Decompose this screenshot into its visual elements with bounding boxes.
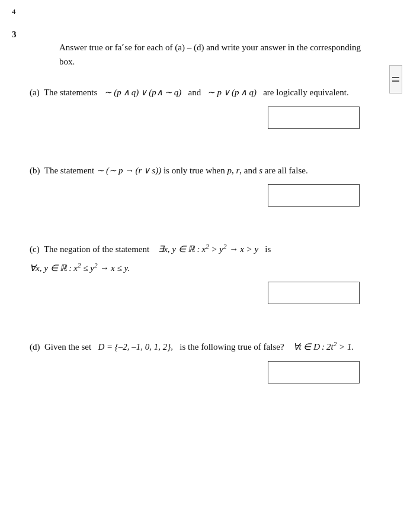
part-d-text-mid: is the following true of false? (175, 342, 291, 352)
part-d-set: D = {–2, –1, 0, 1, 2}, (98, 342, 173, 352)
part-b-label: (b) The statement (30, 166, 97, 175)
part-c-answer-box[interactable] (268, 282, 360, 304)
scrollbar-line-1 (392, 77, 399, 78)
part-b: (b) The statement ∼ (∼ p → (r ∨ s)) is o… (30, 163, 366, 207)
part-a-label: (a) The statements (30, 88, 102, 97)
scrollbar-widget[interactable] (389, 65, 402, 93)
part-c: (c) The negation of the statement ∃x, y … (30, 241, 366, 304)
part-c-expr2: ∀x, y ∈ ℝ : x2 ≤ y2 → x ≤ y. (30, 263, 130, 273)
part-b-text: is only true when p, r, and s are all fa… (164, 166, 308, 175)
main-instruction: Answer true or faʼse for each of (a) – (… (59, 40, 366, 69)
part-c-is: is (261, 244, 271, 254)
part-b-answer-box[interactable] (268, 184, 360, 207)
part-d-forall: ∀t ∈ D : 2t2 > 1. (293, 342, 354, 352)
part-a-text-after: are logically equivalent. (259, 88, 349, 97)
part-a-connector: and (184, 88, 206, 97)
part-d: (d) Given the set D = {–2, –1, 0, 1, 2},… (30, 338, 366, 383)
part-b-expr: ∼ (∼ p → (r ∨ s)) (97, 166, 161, 175)
part-a-answer-box[interactable] (268, 107, 360, 129)
part-a-expr1: ∼ (p ∧ q) ∨ (p∧ ∼ q) (104, 88, 182, 97)
part-a: (a) The statements ∼ (p ∧ q) ∨ (p∧ ∼ q) … (30, 85, 366, 129)
part-d-answer-box[interactable] (268, 361, 360, 383)
part-c-expr1: ∃x, y ∈ ℝ : x2 > y2 → x > y (158, 244, 258, 254)
part-d-label: (d) Given the set (30, 342, 96, 352)
part-c-label: (c) The negation of the statement (30, 244, 156, 254)
page-number: 4 (12, 7, 16, 17)
part-a-expr2: ∼ p ∨ (p ∧ q) (207, 88, 257, 97)
question-number: 3 (12, 30, 17, 40)
scrollbar-line-2 (392, 80, 399, 82)
